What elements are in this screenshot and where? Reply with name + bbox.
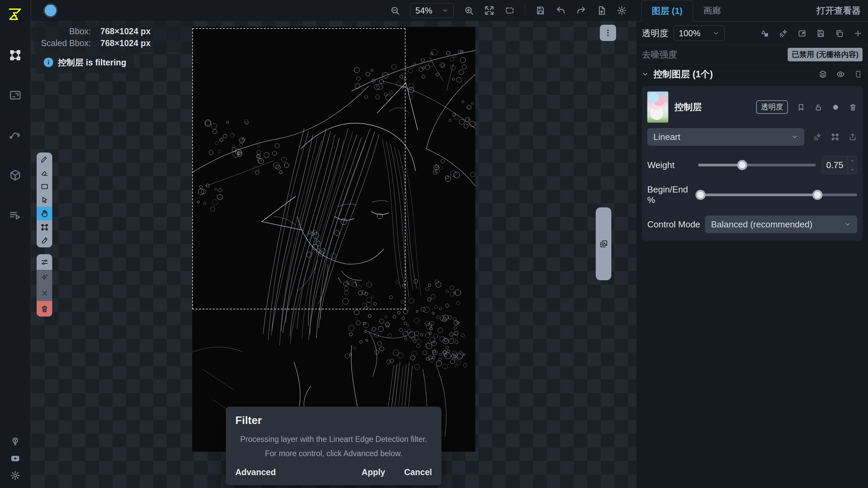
fit-frame-button[interactable] bbox=[797, 29, 807, 38]
weight-number-input[interactable]: 0.75 bbox=[822, 156, 857, 174]
end-handle[interactable] bbox=[812, 190, 823, 200]
fit-to-view-button[interactable] bbox=[484, 5, 494, 16]
ellipsis-icon bbox=[604, 28, 612, 37]
merge-shapes-button[interactable] bbox=[760, 29, 769, 38]
advanced-button[interactable]: Advanced bbox=[235, 467, 276, 477]
weight-value: 0.75 bbox=[822, 156, 847, 174]
control-mode-label: Control Mode bbox=[647, 219, 705, 230]
bbox-value: 768×1024 px bbox=[100, 26, 186, 36]
duplicate-layer-button[interactable] bbox=[835, 29, 844, 38]
new-canvas-button[interactable] bbox=[596, 5, 607, 16]
tab-gallery[interactable]: 画廊 bbox=[693, 0, 731, 21]
filter-dialog-body: Processing layer with the Lineart Edge D… bbox=[235, 432, 432, 461]
star-filter-button[interactable] bbox=[813, 133, 822, 141]
begin-handle[interactable] bbox=[695, 190, 706, 200]
nav-tab-workflows[interactable] bbox=[9, 129, 22, 142]
apply-button[interactable]: Apply bbox=[362, 467, 385, 477]
scaled-bbox-value: 768×1024 px bbox=[100, 38, 186, 48]
canvas-area[interactable]: 54% Bbox: 768×1024 px Scaled Bbox: 768×1… bbox=[31, 0, 636, 488]
weight-slider[interactable] bbox=[698, 160, 816, 170]
generation-bbox[interactable] bbox=[192, 28, 406, 309]
upload-button[interactable] bbox=[848, 133, 857, 141]
undo-button[interactable] bbox=[556, 5, 566, 16]
stepper bbox=[847, 156, 857, 174]
bookmark-button[interactable] bbox=[797, 103, 805, 111]
nav-tab-canvas[interactable] bbox=[9, 49, 22, 62]
tool-palette bbox=[37, 152, 52, 317]
settings-button[interactable] bbox=[10, 470, 20, 481]
tool-group bbox=[37, 152, 52, 247]
support-button[interactable] bbox=[10, 436, 20, 447]
layer-opacity-badge[interactable]: 透明度 bbox=[756, 100, 788, 114]
gallery-panel-handle[interactable] bbox=[596, 207, 611, 280]
bbox-info-panel: Bbox: 768×1024 px Scaled Bbox: 768×1024 … bbox=[34, 22, 192, 52]
save-canvas-button[interactable] bbox=[535, 5, 546, 16]
color-picker-tool[interactable] bbox=[37, 234, 52, 247]
youtube-button[interactable] bbox=[10, 453, 20, 464]
weight-row: Weight 0.75 bbox=[647, 156, 857, 174]
save-layer-button[interactable] bbox=[816, 29, 825, 38]
step-down-button[interactable] bbox=[848, 165, 857, 174]
sparkle-action-button[interactable] bbox=[37, 270, 52, 285]
cancel-button[interactable]: Cancel bbox=[404, 467, 432, 477]
control-mode-select[interactable]: Balanced (recommended) bbox=[705, 216, 857, 233]
nav-tabs bbox=[9, 49, 22, 222]
rectangle-tool[interactable] bbox=[37, 180, 52, 193]
filter-row-icons bbox=[813, 133, 857, 141]
app-root: 54% Bbox: 768×1024 px Scaled Bbox: 768×1… bbox=[0, 0, 868, 488]
fit-bbox-button[interactable] bbox=[505, 5, 515, 16]
layer-name: 控制层 bbox=[674, 101, 702, 113]
nav-tab-models[interactable] bbox=[9, 169, 22, 182]
tab-layers-label: 图层 (1) bbox=[652, 5, 683, 17]
cancel-action-button[interactable] bbox=[37, 285, 52, 301]
layers-icon-button[interactable] bbox=[818, 70, 827, 79]
delete-layer-button[interactable] bbox=[849, 103, 857, 111]
slider-fill bbox=[698, 164, 742, 166]
nav-tab-upscaling[interactable] bbox=[9, 89, 22, 102]
right-panel: 图层 (1) 画廊 打开查看器 透明度 100% 去噪强度 已禁用 (无栅格内容… bbox=[636, 0, 868, 488]
transform-tool[interactable] bbox=[37, 220, 52, 234]
delete-layer-button[interactable] bbox=[37, 301, 52, 317]
frame-icon-button[interactable] bbox=[854, 70, 863, 79]
panel-tabs: 图层 (1) 画廊 打开查看器 bbox=[636, 0, 868, 22]
layer-card[interactable]: 控制层 透明度 Lineart bbox=[642, 86, 863, 241]
brush-tool[interactable] bbox=[37, 152, 52, 166]
youtube-icon bbox=[10, 453, 20, 464]
control-filter-select[interactable]: Lineart bbox=[647, 128, 804, 146]
zoom-in-button[interactable] bbox=[464, 5, 474, 16]
control-layers-title: 控制图层 (1个) bbox=[653, 68, 713, 80]
redo-button[interactable] bbox=[576, 5, 586, 16]
visibility-eye-button[interactable] bbox=[836, 70, 845, 79]
canvas-settings-button[interactable] bbox=[617, 5, 627, 16]
transform-bbox-button[interactable] bbox=[831, 133, 840, 141]
pan-hand-tool[interactable] bbox=[37, 207, 52, 220]
filter-action-button[interactable] bbox=[37, 254, 52, 270]
weight-slider-handle[interactable] bbox=[737, 160, 747, 170]
layer-enabled-dot[interactable] bbox=[831, 103, 840, 111]
layer-thumbnail[interactable] bbox=[647, 92, 668, 123]
canvas-tab-icon bbox=[9, 49, 22, 62]
canvas-menu-button[interactable] bbox=[600, 25, 616, 41]
opacity-select[interactable]: 100% bbox=[674, 25, 725, 41]
eraser-tool[interactable] bbox=[37, 166, 52, 180]
lightbulb-icon bbox=[10, 436, 20, 447]
nav-tab-queue[interactable] bbox=[9, 209, 22, 222]
select-tool[interactable] bbox=[37, 193, 52, 207]
workflows-icon bbox=[9, 129, 22, 142]
lock-button[interactable] bbox=[814, 103, 823, 111]
layer-filtering-badge: i 控制层 is filtering bbox=[36, 52, 134, 73]
filter-star-button[interactable] bbox=[779, 29, 788, 38]
chevron-down-icon bbox=[791, 134, 798, 140]
chevron-down-icon bbox=[713, 30, 719, 37]
control-filter-value: Lineart bbox=[653, 132, 680, 142]
open-viewer-button[interactable]: 打开查看器 bbox=[814, 0, 863, 21]
control-layers-header[interactable]: 控制图层 (1个) bbox=[636, 64, 868, 84]
add-layer-button[interactable] bbox=[853, 29, 863, 38]
begin-end-slider[interactable] bbox=[698, 190, 857, 200]
tab-layers[interactable]: 图层 (1) bbox=[641, 0, 693, 22]
zoom-out-button[interactable] bbox=[390, 5, 400, 16]
begin-end-label: Begin/End % bbox=[647, 184, 698, 205]
step-up-button[interactable] bbox=[848, 156, 857, 165]
zoom-level-select[interactable]: 54% bbox=[410, 3, 454, 18]
section-icons bbox=[818, 70, 863, 79]
